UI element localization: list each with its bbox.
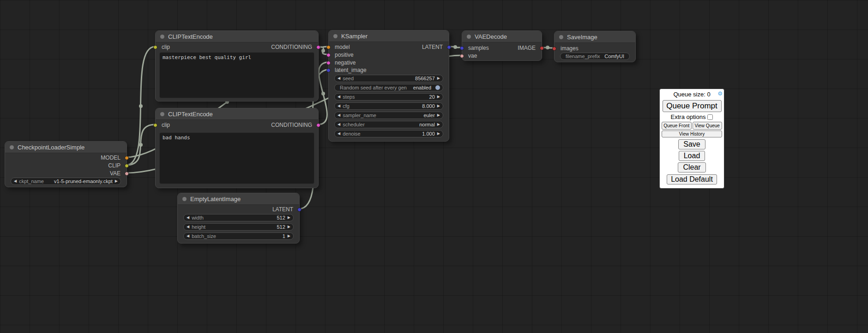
increment-arrow-icon[interactable]: ▶ [437,103,440,109]
decrement-arrow-icon[interactable]: ◀ [338,112,340,119]
decrement-arrow-icon[interactable]: ◀ [187,233,189,239]
node-title-bar[interactable]: EmptyLatentImage [178,193,299,205]
widget-filename-prefix[interactable]: filename_prefix ComfyUI [560,53,630,60]
link-midpoint-dot [139,143,143,147]
settings-gear-icon[interactable]: ⚙ [717,90,723,97]
output-dot-image[interactable] [540,46,544,50]
queue-prompt-button[interactable]: Queue Prompt [663,100,722,112]
prompt-text-input[interactable]: bad hands [159,132,314,184]
input-dot-vae[interactable] [460,54,464,58]
widget-value: 512 [277,215,285,220]
widget-name: width [192,215,204,220]
output-dot-latent[interactable] [447,45,451,49]
increment-arrow-icon[interactable]: ▶ [437,112,440,119]
extra-options-row: Extra options [662,113,722,120]
increment-arrow-icon[interactable]: ▶ [437,121,440,128]
widget-name: scheduler [343,122,365,127]
input-dot-images[interactable] [552,47,556,51]
extra-options-checkbox[interactable] [707,114,713,120]
link-midpoint-dot [453,45,457,49]
decrement-arrow-icon[interactable]: ◀ [338,121,340,128]
widget-cfg[interactable]: ◀ cfg 8.000 ▶ [334,102,443,110]
comfy-menu-panel: Queue size: 0 ⚙ Queue Prompt Extra optio… [659,89,724,189]
decrement-arrow-icon[interactable]: ◀ [338,131,340,137]
widget-value: v1-5-pruned-emaonly.ckpt [54,178,113,184]
load-default-button[interactable]: Load Default [667,174,717,184]
decrement-arrow-icon[interactable]: ◀ [187,224,189,230]
decrement-arrow-icon[interactable]: ◀ [338,103,340,109]
input-dot-samples[interactable] [460,46,464,50]
output-dot-conditioning[interactable] [316,123,320,127]
widget-value: ComfyUI [604,54,624,59]
output-label-vae: VAE [110,170,121,177]
increment-arrow-icon[interactable]: ▶ [437,131,440,137]
output-dot-vae[interactable] [125,172,129,176]
node-title: KSampler [341,33,368,40]
widget-seed[interactable]: ◀ seed 8566257 ▶ [334,75,443,82]
node-title-bar[interactable]: VAEDecode [462,31,542,42]
widget-height[interactable]: ◀ height 512 ▶ [183,223,294,231]
node-title: SaveImage [567,34,597,41]
input-dot-negative[interactable] [326,61,331,65]
node-clip-text-encode-negative[interactable]: CLIPTextEncode clip CONDITIONING bad han… [155,108,319,188]
output-dot-conditioning[interactable] [316,45,320,49]
widget-batch-size[interactable]: ◀ batch_size 1 ▶ [183,232,294,240]
node-title-bar[interactable]: SaveImage [555,31,635,43]
random-seed-toggle-icon[interactable] [435,85,440,90]
widget-sampler-name[interactable]: ◀ sampler_name euler ▶ [334,112,443,119]
input-dot-positive[interactable] [326,53,331,57]
widget-steps[interactable]: ◀ steps 20 ▶ [334,93,443,101]
input-label-model: model [335,43,350,51]
widget-name: height [192,224,205,230]
increment-arrow-icon[interactable]: ▶ [437,94,440,100]
view-queue-button[interactable]: View Queue [693,122,723,130]
input-dot-latent-image[interactable] [326,68,331,72]
widget-value: 1.000 [422,131,435,137]
input-dot-model[interactable] [326,45,331,49]
node-title-bar[interactable]: KSampler [329,30,449,42]
output-dot-latent[interactable] [297,208,301,212]
node-save-image[interactable]: SaveImage images filename_prefix ComfyUI [554,31,636,62]
widget-random-seed[interactable]: Random seed after every gen enabled [334,84,443,91]
clear-button[interactable]: Clear [678,162,705,172]
output-dot-clip[interactable] [125,164,129,168]
widget-value: euler [423,113,434,118]
queue-front-button[interactable]: Queue Front [662,122,692,130]
widget-ckpt-name[interactable]: ◀ ckpt_name v1-5-pruned-emaonly.ckpt ▶ [11,178,121,185]
decrement-arrow-icon[interactable]: ◀ [187,214,189,221]
widget-scheduler[interactable]: ◀ scheduler normal ▶ [334,121,443,128]
node-title-bar[interactable]: CLIPTextEncode [156,108,318,120]
widget-denoise[interactable]: ◀ denoise 1.000 ▶ [334,130,443,137]
node-checkpoint-loader-simple[interactable]: CheckpointLoaderSimple MODEL CLIP VAE ◀ … [5,141,127,187]
output-dot-model[interactable] [125,156,129,160]
increment-arrow-icon[interactable]: ▶ [288,233,290,239]
widget-name: seed [343,76,354,81]
output-label-conditioning: CONDITIONING [271,121,312,129]
node-status-dot [182,197,187,201]
view-history-button[interactable]: View History [662,131,722,137]
increment-arrow-icon[interactable]: ▶ [288,214,290,221]
node-graph-canvas[interactable]: CheckpointLoaderSimple MODEL CLIP VAE ◀ … [0,0,868,333]
save-button[interactable]: Save [678,139,705,149]
node-clip-text-encode-positive[interactable]: CLIPTextEncode clip CONDITIONING masterp… [155,30,319,101]
widget-name: denoise [343,131,361,137]
node-title-bar[interactable]: CLIPTextEncode [156,31,318,42]
increment-arrow-icon[interactable]: ▶ [288,224,290,230]
node-empty-latent-image[interactable]: EmptyLatentImage LATENT ◀ width 512 ▶ ◀ … [177,193,300,244]
input-label-images: images [561,45,579,52]
node-title: EmptyLatentImage [190,196,241,202]
node-ksampler[interactable]: KSampler model positive negative latent_… [328,30,449,142]
input-dot-clip[interactable] [153,123,157,127]
increment-arrow-icon[interactable]: ▶ [437,75,440,82]
node-vae-decode[interactable]: VAEDecode samples vae IMAGE [462,30,542,61]
widget-width[interactable]: ◀ width 512 ▶ [183,214,294,221]
load-button[interactable]: Load [679,151,705,161]
prompt-text-input[interactable]: masterpiece best quality girl [159,52,314,98]
node-title-bar[interactable]: CheckpointLoaderSimple [5,142,127,153]
decrement-arrow-icon[interactable]: ◀ [338,75,340,82]
input-dot-clip[interactable] [153,45,157,49]
increment-arrow-icon[interactable]: ▶ [115,178,118,184]
decrement-arrow-icon[interactable]: ◀ [14,178,17,184]
decrement-arrow-icon[interactable]: ◀ [338,94,340,100]
link-clip-to-negative-encode [126,125,155,165]
